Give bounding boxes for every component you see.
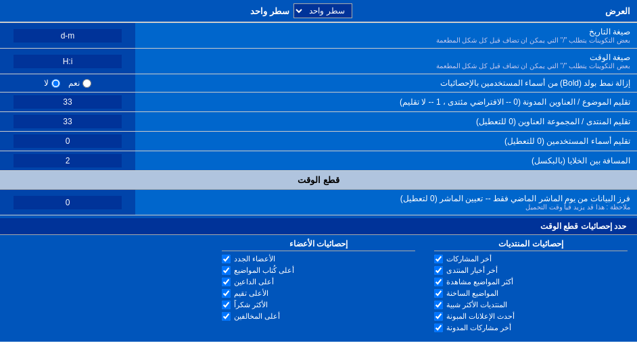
cutoff-days-label: فرز البيانات من يوم الماشر الماضي فقط --… <box>135 190 637 215</box>
date-format-row: صيغة التاريخ بعض التكوينات يتطلب "/" الت… <box>0 23 637 49</box>
col1-item-6: أخر مشاركات المدونة <box>446 323 511 332</box>
col1-item-4: المنتديات الأكثر شبية <box>446 301 507 309</box>
date-format-input[interactable] <box>14 29 122 43</box>
cutoff-days-row: فرز البيانات من يوم الماشر الماضي فقط --… <box>0 190 637 215</box>
cb-col2-4[interactable] <box>222 301 231 309</box>
time-format-sublabel: بعض التكوينات يتطلب "/" التي يمكن ان تضا… <box>436 62 630 70</box>
cb-col1-4[interactable] <box>434 301 443 309</box>
col2-item-5: أعلى المخالفين <box>234 312 280 321</box>
users-limit-title: تقليم أسماء المستخدمين (0 للتعطيل) <box>504 136 630 146</box>
bold-remove-title: إزالة نمط بولد (Bold) من أسماء المستخدمي… <box>440 78 630 88</box>
col1-item-1: أخر أخبار المنتدى <box>446 266 498 275</box>
list-item: أخر المشاركات <box>434 255 628 263</box>
users-limit-input-wrap <box>0 132 135 151</box>
cell-spacing-label: المسافة بين الخلايا (بالبكسل) <box>135 151 637 170</box>
cb-col2-3[interactable] <box>222 289 231 298</box>
time-format-label: صيغة الوقت بعض التكوينات يتطلب "/" التي … <box>135 49 637 74</box>
bold-remove-row: إزالة نمط بولد (Bold) من أسماء المستخدمي… <box>0 74 637 93</box>
col2-item-0: الأعضاء الجدد <box>234 255 275 263</box>
date-format-label: صيغة التاريخ بعض التكوينات يتطلب "/" الت… <box>135 23 637 48</box>
col1-item-2: أكثر المواضيع مشاهدة <box>446 278 513 286</box>
cb-col1-5[interactable] <box>434 312 443 321</box>
col1-header: إحصائيات المنتديات <box>434 239 628 251</box>
cutoff-days-input-wrap <box>0 190 135 215</box>
cutoff-note: ملاحظة : هذا قد يزيد قياً وقت التحميل <box>400 203 630 211</box>
list-item: أحدث الإعلانات المبونة <box>434 312 628 321</box>
display-label: العرض <box>605 6 630 16</box>
col3 <box>0 235 212 339</box>
users-limit-input[interactable] <box>14 134 122 148</box>
cb-col2-2[interactable] <box>222 278 231 286</box>
bold-remove-label: إزالة نمط بولد (Bold) من أسماء المستخدمي… <box>135 74 637 92</box>
list-item: الأعلى تقيم <box>222 289 415 298</box>
time-format-row: صيغة الوقت بعض التكوينات يتطلب "/" التي … <box>0 49 637 74</box>
topics-limit-input-wrap <box>0 93 135 111</box>
cutoff-title: قطع الوقت <box>298 175 339 185</box>
cell-spacing-title: المسافة بين الخلايا (بالبكسل) <box>532 156 630 165</box>
topics-limit-title: تقليم الموضوع / العناوين المدونة (0 -- ا… <box>400 97 630 107</box>
users-limit-row: تقليم أسماء المستخدمين (0 للتعطيل) <box>0 132 637 151</box>
time-format-title: صيغة الوقت <box>436 53 630 62</box>
col1: إحصائيات المنتديات أخر المشاركات أخر أخب… <box>425 235 637 339</box>
cb-col1-2[interactable] <box>434 278 443 286</box>
header-title: سطر واحد <box>250 6 289 16</box>
time-format-input[interactable] <box>14 55 122 68</box>
forum-limit-row: تقليم المنتدى / المجموعة العناوين (0 للت… <box>0 112 637 132</box>
cb-col1-3[interactable] <box>434 289 443 298</box>
col2-item-4: الأكثر شكراً <box>234 301 268 309</box>
list-item: أعلى المخالفين <box>222 312 415 321</box>
date-format-input-wrap <box>0 23 135 48</box>
cutoff-days-input[interactable] <box>14 196 122 209</box>
header-row: العرض سطر واحد سطرين ثلاثة أسطر سطر واحد <box>0 0 637 23</box>
cell-spacing-row: المسافة بين الخلايا (بالبكسل) <box>0 151 637 171</box>
cb-col2-0[interactable] <box>222 255 231 263</box>
list-item: أعلى الداعين <box>222 278 415 286</box>
cutoff-days-title: فرز البيانات من يوم الماشر الماضي فقط --… <box>400 194 630 203</box>
date-format-sublabel: بعض التكوينات يتطلب "/" التي يمكن ان تضا… <box>436 36 630 44</box>
checkboxes-grid: إحصائيات المنتديات أخر المشاركات أخر أخب… <box>0 235 637 339</box>
lines-select[interactable]: سطر واحد سطرين ثلاثة أسطر <box>293 3 352 18</box>
col1-item-3: المواضيع الساخنة <box>446 289 498 298</box>
cutoff-section-header: قطع الوقت <box>0 171 637 190</box>
main-container: العرض سطر واحد سطرين ثلاثة أسطر سطر واحد… <box>0 0 637 342</box>
forum-limit-title: تقليم المنتدى / المجموعة العناوين (0 للت… <box>476 117 630 126</box>
cb-col1-1[interactable] <box>434 266 443 275</box>
col2-item-2: أعلى الداعين <box>234 278 274 286</box>
cb-col2-5[interactable] <box>222 312 231 321</box>
checkboxes-outer: حدد إحصائيات قطع الوقت إحصائيات المنتديا… <box>0 215 637 342</box>
topics-limit-input[interactable] <box>14 95 122 109</box>
col2: إحصائيات الأعضاء الأعضاء الجدد أعلى كُتا… <box>212 235 425 339</box>
list-item: أعلى كُتاب المواضيع <box>222 266 415 275</box>
col2-item-1: أعلى كُتاب المواضيع <box>234 266 294 275</box>
checkboxes-header: حدد إحصائيات قطع الوقت <box>0 218 637 235</box>
date-format-title: صيغة التاريخ <box>436 27 630 36</box>
list-item: المواضيع الساخنة <box>434 289 628 298</box>
cell-spacing-input[interactable] <box>14 154 122 167</box>
cb-col1-0[interactable] <box>434 255 443 263</box>
radio-yes[interactable] <box>82 79 91 88</box>
forum-limit-input[interactable] <box>14 115 122 128</box>
time-format-input-wrap <box>0 49 135 74</box>
col1-item-0: أخر المشاركات <box>446 255 492 263</box>
topics-limit-row: تقليم الموضوع / العناوين المدونة (0 -- ا… <box>0 93 637 112</box>
list-item: الأكثر شكراً <box>222 301 415 309</box>
radio-no[interactable] <box>51 79 60 88</box>
list-item: أخر أخبار المنتدى <box>434 266 628 275</box>
forum-limit-label: تقليم المنتدى / المجموعة العناوين (0 للت… <box>135 112 637 131</box>
bold-remove-radio-wrap: نعم لا <box>0 74 135 92</box>
radio-no-label[interactable]: لا <box>44 78 60 88</box>
col2-item-3: الأعلى تقيم <box>234 289 268 298</box>
cb-col2-1[interactable] <box>222 266 231 275</box>
users-limit-label: تقليم أسماء المستخدمين (0 للتعطيل) <box>135 132 637 151</box>
topics-limit-label: تقليم الموضوع / العناوين المدونة (0 -- ا… <box>135 93 637 111</box>
list-item: أكثر المواضيع مشاهدة <box>434 278 628 286</box>
list-item: المنتديات الأكثر شبية <box>434 301 628 309</box>
list-item: الأعضاء الجدد <box>222 255 415 263</box>
list-item: أخر مشاركات المدونة <box>434 323 628 332</box>
cell-spacing-input-wrap <box>0 151 135 170</box>
col2-header: إحصائيات الأعضاء <box>222 239 415 251</box>
col1-item-5: أحدث الإعلانات المبونة <box>446 312 515 321</box>
forum-limit-input-wrap <box>0 112 135 131</box>
radio-yes-label[interactable]: نعم <box>68 78 91 88</box>
cb-col1-6[interactable] <box>434 323 443 332</box>
